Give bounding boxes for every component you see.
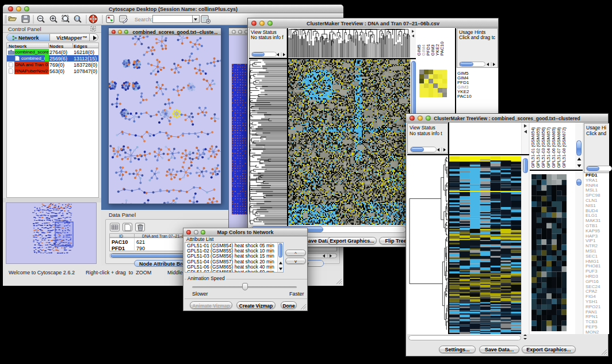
svg-text:1:1: 1:1 bbox=[75, 17, 79, 20]
